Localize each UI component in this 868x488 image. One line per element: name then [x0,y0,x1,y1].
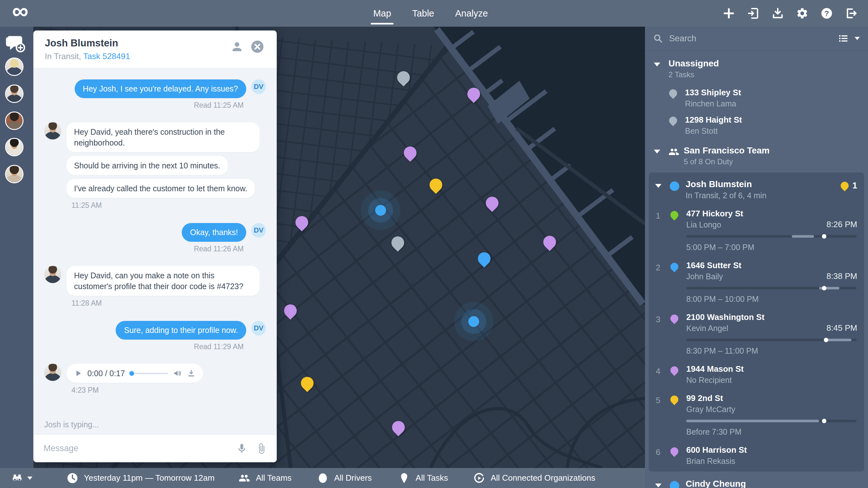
tab-analyze[interactable]: Analyze [455,0,488,27]
driver-avatar-small [44,364,61,381]
task-pin-purple[interactable] [281,302,299,320]
time-filter[interactable]: Yesterday 11pm — Tomorrow 12am [67,472,214,484]
task-pin-purple[interactable] [293,214,311,232]
task-link[interactable]: Task 528491 [83,52,130,61]
task-pin-purple[interactable] [465,85,483,103]
timestamp: 11:25 AM [71,201,266,210]
import-tasks-icon[interactable] [746,6,761,21]
message-input[interactable] [43,443,228,454]
read-receipt: Read 11:26 AM [44,245,266,253]
route-task-row[interactable]: 2 1646 Sutter St John Baily 8:38 PM 8:00… [654,260,857,304]
filter-caret-icon[interactable] [27,477,32,480]
driver-avatar-5[interactable] [5,165,24,183]
eta-time: 8:38 PM [826,271,857,281]
svg-text:?: ? [825,9,829,18]
filter-bar: Yesterday 11pm — Tomorrow 12am All Teams… [0,468,645,488]
list-view-icon[interactable] [838,33,848,43]
task-pin-blue-icon [669,261,680,272]
clock-icon [67,472,78,484]
top-bar: ∞ Map Table Analyze ? [0,0,868,27]
onfleet-logo[interactable]: ∞ [12,0,28,24]
received-message-group: Hey David, can you make a note on this c… [44,266,266,296]
driver-location-dot[interactable] [468,316,479,327]
sent-message: Sure, adding to their profile now. DV [44,321,266,340]
audio-seek-slider[interactable] [130,373,168,374]
driver-avatar-1[interactable] [5,58,24,76]
task-progress-bar [686,420,857,422]
people-icon [239,472,250,484]
task-pin-gray[interactable] [394,68,412,86]
download-audio-icon[interactable] [187,369,195,377]
play-icon[interactable] [74,369,82,377]
close-icon[interactable] [251,40,264,53]
search-input[interactable] [669,33,838,44]
driver-location-dot[interactable] [375,205,386,216]
tasks-filter[interactable]: All Tasks [398,472,448,484]
task-pin-yellow[interactable] [298,374,316,392]
received-message-group: Hey David, yeah there's construction in … [44,122,266,198]
logout-icon[interactable] [844,6,859,21]
route-task-row[interactable]: 4 1944 Mason St No Recipient [654,364,857,385]
eta-time: 8:45 PM [826,323,857,333]
driver-avatar-4[interactable] [5,138,24,156]
time-window: 5:00 PM – 7:00 PM [686,243,857,252]
tab-map[interactable]: Map [373,0,391,27]
task-pin-purple[interactable] [540,233,559,251]
sender-badge: DV [251,321,266,336]
collapse-caret-icon[interactable] [654,63,660,66]
route-task-row[interactable]: 5 99 2nd St Gray McCarty Before 7:30 PM [654,393,857,436]
attachment-icon[interactable] [256,443,267,454]
sender-badge: DV [251,80,266,94]
driver-avatar-josh[interactable] [5,85,24,103]
unassigned-task-row[interactable]: 133 Shipley St Rinchen Lama [645,81,868,108]
route-task-row[interactable]: 6 600 Harrison St Brian Rekasis [654,445,857,466]
route-task-row[interactable]: 1 477 Hickory St Lia Longo 8:26 PM 5:00 … [654,208,857,252]
connected-orgs-filter[interactable]: All Connected Organizations [473,472,595,484]
message-list[interactable]: Hey Josh, I see you're delayed. Any issu… [33,68,277,415]
chat-driver-name: Josh Blumstein [45,37,118,49]
settings-gear-icon[interactable] [795,6,810,21]
task-pin-gray-icon [668,115,679,126]
collapse-caret-icon[interactable] [655,484,661,487]
task-pin-purple-icon [669,313,680,324]
search-icon [653,34,663,43]
task-pin-purple-icon [669,446,680,457]
task-pin-purple[interactable] [483,194,501,212]
task-pin-purple[interactable] [390,419,408,436]
collapse-caret-icon[interactable] [654,150,660,153]
selected-driver-card: Josh Blumstein In Transit, 2 of 6, 4 min… [649,173,864,471]
sort-caret-icon[interactable] [855,37,860,40]
sender-badge: DV [251,223,266,238]
unassigned-section-header[interactable]: Unassigned 2 Tasks [645,51,868,81]
collapse-caret-icon[interactable] [655,184,661,188]
driver-row-josh[interactable]: Josh Blumstein In Transit, 2 of 6, 4 min… [654,179,857,200]
microphone-icon[interactable] [236,443,248,454]
task-pin-blue[interactable] [475,250,493,268]
teams-filter[interactable]: All Teams [239,472,291,484]
route-task-row[interactable]: 3 2100 Washington St Kevin Angel 8:45 PM… [654,312,857,356]
driver-row-cindy[interactable]: Cindy Cheung Offline, 0 of 4 [645,471,868,488]
volume-icon[interactable] [173,369,182,378]
help-icon[interactable]: ? [819,6,834,21]
profile-icon[interactable] [230,40,244,53]
add-icon[interactable] [721,6,736,21]
driver-avatar-small [44,122,61,140]
task-pin-purple[interactable] [401,144,420,162]
download-icon[interactable] [771,6,785,21]
new-chat-icon[interactable] [5,34,25,52]
task-pin-yellow-icon [839,180,850,191]
binoculars-icon[interactable] [11,472,23,484]
task-pin-yellow[interactable] [427,176,445,194]
driver-avatar-3[interactable] [5,112,24,130]
timestamp: 4:23 PM [71,386,266,395]
drivers-filter[interactable]: All Drivers [317,472,372,484]
chat-driver-status: In Transit, Task 528491 [45,52,130,61]
team-section-header[interactable]: San Francisco Team 5 of 8 On Duty [645,136,868,168]
task-progress-bar [686,339,857,341]
connected-orgs-icon [473,472,485,484]
task-pin-gray[interactable] [389,234,407,252]
unassigned-task-row[interactable]: 1298 Haight St Ben Stott [645,108,868,136]
message-compose-bar [33,434,277,462]
tab-table[interactable]: Table [412,0,434,27]
chat-panel: Josh Blumstein In Transit, Task 528491 H… [33,30,277,462]
